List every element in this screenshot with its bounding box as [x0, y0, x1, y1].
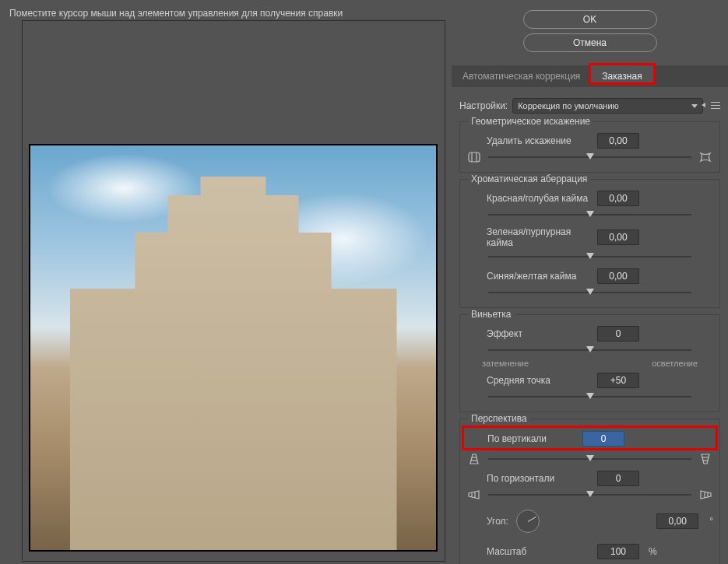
group-title: Виньетка	[468, 309, 515, 320]
tabs: Автоматическая коррекция Заказная	[452, 65, 728, 87]
scale-label: Масштаб	[466, 546, 591, 557]
red-cyan-input[interactable]	[597, 191, 639, 206]
panel-menu-icon[interactable]	[708, 100, 720, 111]
vignette-darken-label: затемнение	[482, 359, 529, 368]
group-title: Хроматическая аберрация	[468, 173, 590, 184]
remove-distortion-input[interactable]	[597, 133, 639, 149]
perspective-vertical-top-icon[interactable]	[466, 452, 482, 466]
preview-image[interactable]	[29, 144, 438, 552]
group-title: Геометрическое искажение	[468, 116, 593, 127]
green-magenta-slider[interactable]	[488, 251, 691, 262]
ok-button[interactable]: OK	[523, 10, 657, 29]
group-vignette: Виньетка Эффект затемнение осветление Ср…	[459, 314, 720, 412]
vertical-perspective-highlight: По вертикали	[462, 426, 718, 450]
remove-distortion-label: Удалить искажение	[466, 135, 591, 146]
horizontal-perspective-slider[interactable]	[488, 489, 691, 500]
vignette-lighten-label: осветление	[652, 359, 698, 368]
perspective-horizontal-left-icon[interactable]	[466, 488, 482, 502]
vignette-midpoint-slider[interactable]	[488, 391, 691, 402]
red-cyan-label: Красная/голубая кайма	[466, 193, 591, 204]
vertical-perspective-input[interactable]	[582, 431, 624, 447]
remove-distortion-slider[interactable]	[488, 152, 691, 163]
horizontal-perspective-label: По горизонтали	[466, 473, 591, 484]
perspective-horizontal-right-icon[interactable]	[698, 488, 713, 502]
tab-auto-correction[interactable]: Автоматическая коррекция	[452, 65, 591, 87]
cancel-button[interactable]: Отмена	[523, 33, 657, 52]
vertical-perspective-label: По вертикали	[467, 433, 576, 444]
group-perspective: Перспектива По вертикали По горизонтали	[459, 419, 720, 564]
green-magenta-label: Зеленая/пурпурная кайма	[466, 226, 591, 248]
settings-dropdown[interactable]: Коррекция по умолчанию	[512, 98, 703, 114]
grid-barrel-icon[interactable]	[466, 150, 482, 164]
green-magenta-input[interactable]	[597, 229, 639, 245]
preview-frame	[22, 20, 445, 562]
grid-pincushion-icon[interactable]	[698, 150, 713, 164]
vertical-perspective-slider[interactable]	[488, 454, 691, 464]
settings-label: Настройки:	[459, 100, 508, 111]
vignette-midpoint-label: Средняя точка	[466, 375, 591, 386]
angle-input[interactable]	[656, 513, 698, 529]
group-geometric-distortion: Геометрическое искажение Удалить искажен…	[459, 121, 720, 173]
group-chromatic-aberration: Хроматическая аберрация Красная/голубая …	[459, 179, 720, 308]
scale-suffix: %	[645, 546, 657, 557]
dialog-buttons: OK Отмена	[452, 8, 728, 54]
help-text: Поместите курсор мыши над элементом упра…	[9, 8, 343, 19]
perspective-vertical-bottom-icon[interactable]	[698, 452, 713, 466]
vignette-amount-slider[interactable]	[488, 345, 691, 356]
scale-input[interactable]	[597, 544, 639, 559]
angle-dial[interactable]	[516, 510, 540, 533]
horizontal-perspective-input[interactable]	[597, 471, 639, 486]
vignette-amount-input[interactable]	[597, 326, 639, 342]
angle-suffix: °	[706, 516, 713, 527]
group-title: Перспектива	[468, 413, 530, 424]
red-cyan-slider[interactable]	[488, 209, 691, 220]
vignette-amount-label: Эффект	[466, 328, 591, 339]
tab-custom[interactable]: Заказная	[589, 63, 655, 85]
svg-rect-0	[469, 152, 480, 162]
blue-yellow-input[interactable]	[597, 268, 639, 284]
vignette-midpoint-input[interactable]	[597, 373, 639, 388]
angle-label: Угол:	[487, 516, 508, 527]
blue-yellow-slider[interactable]	[488, 287, 691, 298]
blue-yellow-label: Синяя/желтая кайма	[466, 271, 591, 282]
